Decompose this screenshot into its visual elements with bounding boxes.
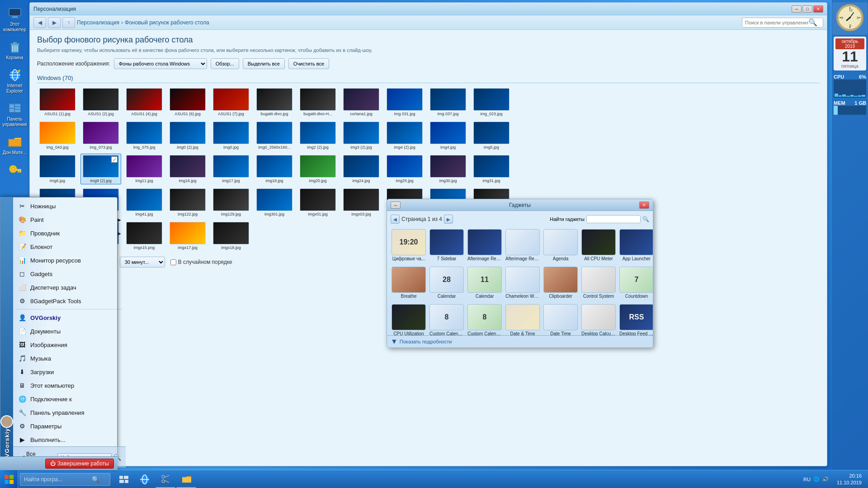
shutdown-button[interactable]: ⏻ Завершение работы <box>45 459 114 469</box>
gadget-item-13[interactable]: 7Countdown <box>618 265 653 300</box>
clear-button[interactable]: Очистить все <box>288 58 329 69</box>
back-button[interactable]: ◀ <box>33 17 46 28</box>
start-item-scissors[interactable]: ✂ Ножницы <box>13 199 126 213</box>
up-button[interactable]: ↑ <box>62 17 75 28</box>
breadcrumb-item[interactable]: Персонализация <box>77 19 119 26</box>
image-thumb-29[interactable]: img24.jpg <box>341 154 382 184</box>
start-item-notepad[interactable]: 📝 Блокнот <box>13 240 126 253</box>
image-thumb-25[interactable]: img16.jpg <box>167 154 208 184</box>
image-thumb-13[interactable]: img_075.jpg <box>124 120 165 151</box>
breadcrumb-item-current[interactable]: Фоновый рисунок рабочего стола <box>125 19 209 26</box>
image-thumb-0[interactable]: ASUS1 (1).jpg <box>37 87 78 117</box>
image-thumb-14[interactable]: img0 (2).jpg <box>167 120 208 151</box>
gadgets-close-button[interactable]: ✕ <box>639 202 649 209</box>
gadget-item-3[interactable]: Afterimage Res... <box>505 227 541 263</box>
image-thumb-28[interactable]: img20.jpg <box>297 154 338 184</box>
image-thumb-7[interactable]: cortana1.jpg <box>341 87 382 117</box>
gadget-item-2[interactable]: Afterimage Res... <box>467 227 503 263</box>
image-thumb-5[interactable]: bugatti-divo.jpg <box>254 87 295 117</box>
image-thumb-21[interactable]: img5.jpg <box>471 120 512 151</box>
search-input[interactable] <box>745 20 808 25</box>
maximize-button[interactable]: □ <box>802 5 812 13</box>
image-thumb-31[interactable]: img30.jpg <box>428 154 468 184</box>
show-details-button[interactable]: Показать подробности <box>400 339 452 344</box>
image-thumb-48[interactable]: imgx18.jpg <box>211 221 251 251</box>
desktop-icon-trash[interactable]: Корзина <box>1 38 28 62</box>
image-thumb-39[interactable]: imgx01.jpg <box>297 187 338 218</box>
gadget-item-19[interactable]: Desktop Calcula... <box>580 302 617 335</box>
random-checkbox[interactable] <box>170 259 176 265</box>
image-thumb-22[interactable]: img6.jpg <box>37 154 78 184</box>
image-thumb-32[interactable]: img31.jpg <box>471 154 512 184</box>
taskbar-explorer[interactable] <box>176 471 196 488</box>
start-item-images[interactable]: 🖼 Изображения <box>13 338 126 352</box>
minimize-button[interactable]: ─ <box>792 5 802 13</box>
image-thumb-20[interactable]: img4.jpg <box>428 120 468 151</box>
start-button[interactable] <box>0 470 18 488</box>
start-item-music[interactable]: 🎵 Музыка <box>13 352 126 365</box>
gadget-item-7[interactable]: Breathe <box>391 265 427 300</box>
image-thumb-40[interactable]: imgx03.jpg <box>341 187 382 218</box>
start-item-run[interactable]: ▶ Выполнить... <box>13 433 126 446</box>
start-item-connect[interactable]: 🌐 Подключение к <box>13 392 126 406</box>
start-item-resmon[interactable]: 📊 Монитор ресурсов <box>13 253 126 267</box>
gadget-item-1[interactable]: 7 Sidebar <box>429 227 465 263</box>
taskbar-search-input[interactable] <box>24 476 92 483</box>
image-thumb-9[interactable]: Img 037.jpg <box>428 87 468 117</box>
image-thumb-24[interactable]: img11.jpg <box>124 154 165 184</box>
browse-button[interactable]: Обзор... <box>211 58 239 69</box>
gadget-item-18[interactable]: Date Time <box>542 302 579 335</box>
gadget-item-0[interactable]: 19:20Цифровые ча... <box>391 227 427 263</box>
taskbar-ie[interactable] <box>135 471 155 488</box>
gadgets-search-input[interactable] <box>586 215 641 223</box>
image-thumb-23[interactable]: ✓img9 (2).jpg <box>80 154 121 184</box>
gadget-item-12[interactable]: Control System <box>580 265 617 300</box>
start-item-settings[interactable]: ⚙ Параметры <box>13 419 126 433</box>
gadget-item-16[interactable]: 8Custom Calendar <box>467 302 503 335</box>
desktop-icon-computer[interactable]: Этот компьютер <box>1 5 28 34</box>
desktop-icon-ie[interactable]: Internet Explorer <box>1 66 28 96</box>
taskbar-search[interactable]: 🔍 <box>20 473 110 486</box>
image-thumb-4[interactable]: ASUS1 (7).jpg <box>211 87 251 117</box>
gadget-item-20[interactable]: RSSDesktop Feed R... <box>618 302 653 335</box>
image-thumb-37[interactable]: img129.jpg <box>211 187 251 218</box>
image-thumb-19[interactable]: img4 (2).jpg <box>384 120 425 151</box>
image-thumb-35[interactable]: img41.jpg <box>124 187 165 218</box>
taskview-button[interactable] <box>114 471 134 488</box>
image-thumb-11[interactable]: img_043.jpg <box>37 120 78 151</box>
image-thumb-15[interactable]: img0.jpg <box>211 120 251 151</box>
start-item-cpanel[interactable]: 🔧 Панель управления <box>13 406 126 419</box>
start-item-docs[interactable]: 📄 Документы <box>13 324 126 338</box>
gadget-item-17[interactable]: Date & Time <box>505 302 541 335</box>
desktop-icon-folder[interactable]: Дон.Мате... <box>1 133 28 157</box>
gadget-item-4[interactable]: Agenda <box>542 227 579 263</box>
image-thumb-16[interactable]: img0_2560x160... <box>254 120 295 151</box>
gadget-item-14[interactable]: CPU Utilization <box>391 302 427 335</box>
gadgets-prev-button[interactable]: ◀ <box>391 215 400 224</box>
start-item-ovgorskiy[interactable]: 👤 OVGorskiy <box>13 311 126 324</box>
image-thumb-10[interactable]: img_023.jpg <box>471 87 512 117</box>
gadget-item-10[interactable]: Chameleon We... <box>505 265 541 300</box>
start-item-explorer[interactable]: 📁 Проводник ▶ <box>13 226 126 240</box>
gadgets-next-button[interactable]: ▶ <box>444 215 453 224</box>
image-thumb-12[interactable]: img_073.jpg <box>80 120 121 151</box>
image-thumb-36[interactable]: img122.jpg <box>167 187 208 218</box>
gadget-item-8[interactable]: 28Calendar <box>429 265 465 300</box>
forward-button[interactable]: ▶ <box>48 17 61 28</box>
image-thumb-46[interactable]: imgx15.png <box>124 221 165 251</box>
gadget-item-15[interactable]: 8Custom Calendar <box>429 302 465 335</box>
change-interval-dropdown[interactable]: 30 минут... <box>120 257 165 267</box>
image-thumb-3[interactable]: ASUS1 (6).jpg <box>167 87 208 117</box>
image-thumb-47[interactable]: imgx17.jpg <box>167 221 208 251</box>
desktop-icon-key[interactable] <box>1 161 28 180</box>
image-thumb-30[interactable]: img25.jpg <box>384 154 425 184</box>
start-item-taskmgr[interactable]: ⬜ Диспетчер задач <box>13 281 126 294</box>
start-item-thispc[interactable]: 🖥 Этот компьютер <box>13 379 126 392</box>
image-thumb-27[interactable]: img18.jpg <box>254 154 295 184</box>
start-item-8gadget[interactable]: ⚙ 8GadgetPack Tools <box>13 294 126 308</box>
close-button[interactable]: ✕ <box>813 5 823 13</box>
image-thumb-6[interactable]: bugatti-divo-H... <box>297 87 338 117</box>
gadget-item-5[interactable]: All CPU Meter <box>580 227 617 263</box>
desktop-icon-cpanel[interactable]: Панель управления <box>1 99 28 129</box>
image-thumb-18[interactable]: img3 (2).jpg <box>341 120 382 151</box>
